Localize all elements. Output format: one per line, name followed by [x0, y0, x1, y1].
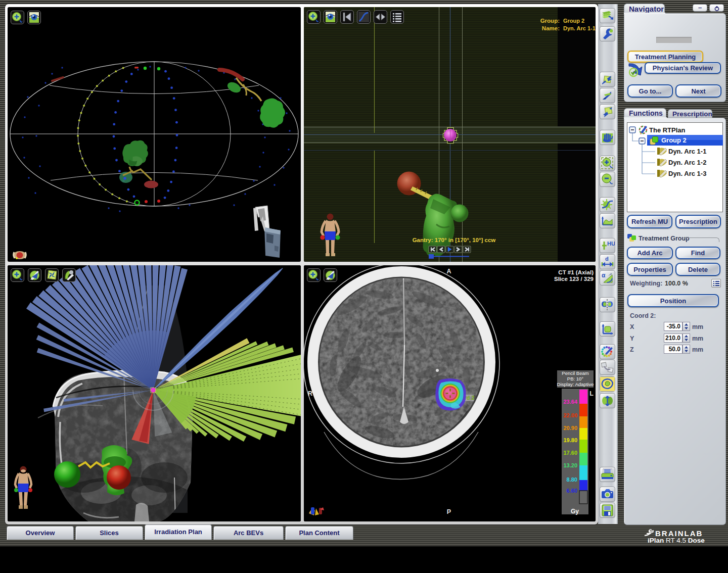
- svg-text:17.60: 17.60: [563, 450, 577, 456]
- svg-text:P: P: [447, 508, 451, 515]
- svg-text:PB: 10°: PB: 10°: [567, 376, 584, 381]
- svg-text:HU: HU: [607, 241, 615, 247]
- svg-text:Dyn. Arc 1-1: Dyn. Arc 1-1: [668, 148, 706, 155]
- svg-text:Dyn. Arc 1-1: Dyn. Arc 1-1: [563, 25, 596, 31]
- svg-text:A: A: [446, 268, 451, 275]
- svg-text:8.80: 8.80: [567, 476, 577, 483]
- svg-text:Slice 123 / 329: Slice 123 / 329: [554, 276, 594, 282]
- svg-text:α: α: [602, 272, 606, 279]
- svg-text:22.00: 22.00: [563, 412, 577, 418]
- svg-text:CT #1 (Axial): CT #1 (Axial): [558, 269, 594, 275]
- svg-text:Gy: Gy: [571, 508, 579, 515]
- svg-text:13.20: 13.20: [563, 462, 577, 468]
- svg-text:Name:: Name:: [542, 25, 560, 31]
- svg-text:20.90: 20.90: [563, 425, 577, 431]
- svg-text:Group:: Group:: [540, 18, 560, 24]
- svg-text:Dyn. Arc 1-3: Dyn. Arc 1-3: [668, 170, 706, 177]
- svg-text:19.80: 19.80: [563, 437, 577, 443]
- svg-text:23.64: 23.64: [563, 399, 577, 405]
- svg-text:Group 2: Group 2: [661, 136, 687, 144]
- svg-text:d: d: [605, 256, 609, 262]
- svg-text:Pencil Beam: Pencil Beam: [562, 370, 588, 376]
- svg-text:Gantry: 170° in [170°, 10°] cc: Gantry: 170° in [170°, 10°] ccw: [413, 237, 496, 243]
- svg-text:Display: Adaptive: Display: Adaptive: [557, 381, 594, 387]
- svg-text:L: L: [589, 390, 594, 397]
- svg-text:The RTPlan: The RTPlan: [649, 126, 686, 134]
- svg-text:R: R: [308, 390, 312, 397]
- svg-text:Group 2: Group 2: [563, 18, 584, 24]
- svg-text:Dyn. Arc 1-2: Dyn. Arc 1-2: [668, 159, 706, 166]
- svg-text:6.60: 6.60: [567, 488, 577, 494]
